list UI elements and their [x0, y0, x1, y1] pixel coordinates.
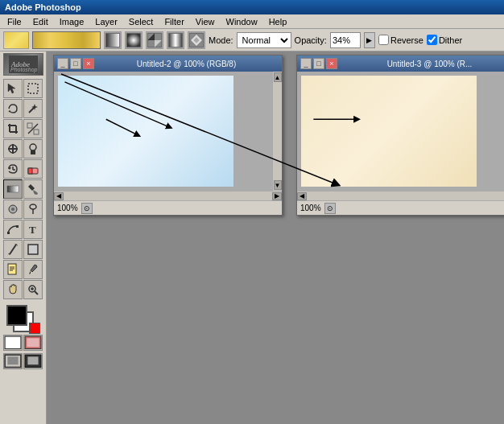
blur-tool[interactable] [3, 200, 23, 219]
doc2-zoom: 100% [300, 204, 321, 212]
pen-tool[interactable] [3, 240, 23, 259]
main-area: Adobe Photoshop [0, 51, 504, 424]
quick-mask-btn[interactable] [23, 335, 43, 351]
canvas-area: _ □ × Untitled-2 @ 100% (RGB/8) [47, 51, 504, 424]
reverse-checkbox[interactable] [378, 35, 389, 45]
heal-tool[interactable] [3, 139, 23, 158]
svg-point-34 [30, 204, 36, 209]
gradient-swatch[interactable] [3, 31, 29, 49]
svg-rect-25 [31, 150, 35, 154]
doc2-canvas-wrap [297, 72, 504, 191]
eraser-tool[interactable] [23, 159, 43, 179]
toolbox-logo: Adobe Photoshop [3, 53, 43, 76]
dither-checkbox[interactable] [427, 35, 437, 45]
svg-rect-36 [7, 232, 10, 234]
shape-tool[interactable] [23, 240, 43, 259]
doc2-camera-icon[interactable]: ⊙ [324, 203, 336, 214]
dodge-tool[interactable] [23, 200, 43, 219]
menu-filter[interactable]: Filter [160, 16, 188, 27]
foreground-color[interactable] [6, 305, 27, 326]
menu-view[interactable]: View [192, 16, 219, 27]
svg-rect-42 [28, 245, 38, 254]
doc2-statusbar: 100% ⊙ [297, 200, 504, 215]
svg-rect-19 [27, 123, 32, 128]
color-swatches [5, 303, 42, 334]
doc2-minimize-btn[interactable]: _ [300, 58, 312, 69]
history-tool[interactable] [3, 159, 23, 179]
svg-rect-53 [27, 339, 39, 348]
app-title: Adobe Photoshop [5, 2, 81, 12]
style-diamond-btn[interactable] [188, 31, 205, 49]
eyedropper-tool[interactable] [23, 260, 43, 279]
slice-tool[interactable] [23, 119, 43, 138]
doc1-vscrollbar[interactable]: ▲ ▼ [272, 72, 282, 191]
svg-rect-11 [28, 84, 38, 93]
zoom-tool[interactable] [23, 280, 43, 299]
reverse-label: Reverse [390, 35, 423, 45]
svg-point-24 [30, 144, 36, 150]
type-tool[interactable]: T [23, 220, 43, 239]
tool-row-4 [3, 139, 43, 158]
doc1-hscrollbar[interactable]: ◀ ▶ [54, 191, 282, 200]
stamp-tool[interactable] [23, 139, 43, 158]
std-screen-btn[interactable] [3, 353, 23, 369]
svg-line-12 [29, 107, 35, 113]
menu-window[interactable]: Window [222, 16, 262, 27]
opacity-arrow-btn[interactable]: ▶ [364, 32, 375, 48]
doc2-close-btn[interactable]: × [326, 58, 337, 69]
opacity-label: Opacity: [295, 35, 327, 45]
marquee-tool[interactable] [23, 79, 43, 98]
red-color [29, 323, 40, 334]
doc1-minimize-btn[interactable]: _ [57, 58, 68, 69]
lasso-tool[interactable] [3, 99, 23, 118]
tool-row-6 [3, 179, 43, 199]
doc1-camera-icon[interactable]: ⊙ [81, 203, 93, 214]
svg-rect-37 [16, 225, 19, 228]
tool-row-9 [3, 240, 43, 259]
screen-mode-tools [3, 353, 43, 369]
tool-row-7 [3, 200, 43, 219]
doc2-hscrollbar[interactable]: ◀ ▶ [297, 191, 504, 200]
menu-file[interactable]: File [3, 16, 26, 27]
document-window-1: _ □ × Untitled-2 @ 100% (RGB/8) [53, 55, 283, 216]
menu-image[interactable]: Image [56, 16, 89, 27]
dither-option[interactable]: Dither [427, 35, 462, 45]
notes-tool[interactable] [3, 260, 23, 279]
menu-help[interactable]: Help [265, 16, 291, 27]
paint-bucket-tool[interactable] [23, 179, 43, 199]
doc1-zoom: 100% [57, 204, 78, 212]
magic-wand-tool[interactable] [23, 99, 43, 118]
svg-rect-30 [28, 168, 32, 174]
doc2-canvas [300, 75, 477, 187]
mode-select[interactable]: Normal Dissolve Multiply Screen [237, 32, 291, 48]
gradient-preview[interactable] [32, 31, 101, 49]
doc1-maximize-btn[interactable]: □ [70, 58, 81, 69]
doc2-maximize-btn[interactable]: □ [313, 58, 324, 69]
doc1-title: Untitled-2 @ 100% (RGB/8) [94, 60, 279, 68]
path-tool[interactable] [3, 220, 23, 239]
style-linear-btn[interactable] [104, 31, 122, 49]
svg-rect-20 [34, 130, 39, 134]
opacity-input[interactable] [330, 32, 361, 48]
style-angle-btn[interactable] [146, 31, 163, 49]
full-screen-btn[interactable] [23, 353, 43, 369]
doc1-titlebar[interactable]: _ □ × Untitled-2 @ 100% (RGB/8) [54, 56, 282, 72]
hand-tool[interactable] [3, 280, 23, 299]
style-radial-btn[interactable] [125, 31, 143, 49]
svg-rect-57 [27, 357, 38, 365]
tool-row-3 [3, 119, 43, 138]
crop-tool[interactable] [3, 119, 23, 138]
title-bar: Adobe Photoshop [0, 0, 504, 14]
style-reflected-btn[interactable] [167, 31, 184, 49]
gradient-tool[interactable] [3, 179, 23, 199]
menu-edit[interactable]: Edit [29, 16, 52, 27]
normal-mode-btn[interactable] [3, 335, 23, 351]
doc1-close-btn[interactable]: × [83, 58, 94, 69]
doc2-titlebar[interactable]: _ □ × Untitled-3 @ 100% (R... [297, 56, 504, 72]
reverse-option[interactable]: Reverse [378, 35, 423, 45]
menu-select[interactable]: Select [125, 16, 158, 27]
menu-layer[interactable]: Layer [91, 16, 122, 27]
doc1-statusbar: 100% ⊙ [54, 200, 282, 215]
move-tool[interactable] [3, 79, 23, 98]
tool-row-10 [3, 260, 43, 279]
